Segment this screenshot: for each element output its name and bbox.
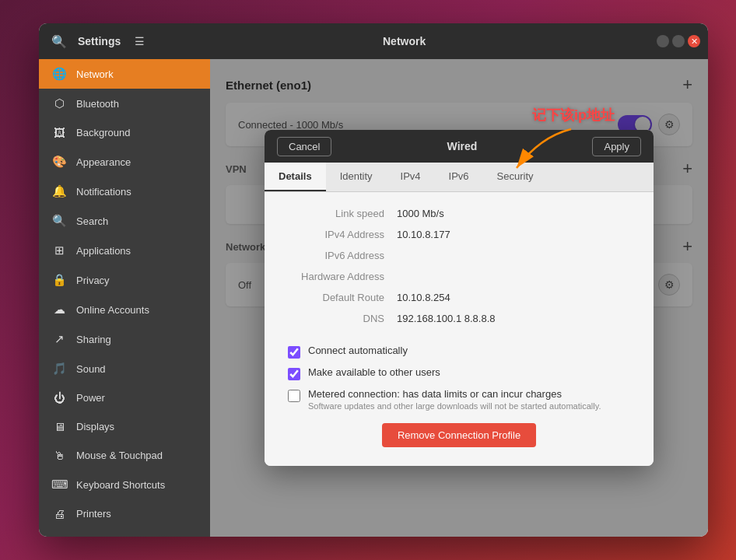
available-users-label: Make available to other users bbox=[308, 366, 440, 378]
sidebar-item-sound[interactable]: 🎵 Sound bbox=[39, 354, 210, 383]
tab-security[interactable]: Security bbox=[483, 163, 548, 191]
tab-ipv4[interactable]: IPv4 bbox=[387, 163, 435, 191]
sound-icon: 🎵 bbox=[51, 362, 67, 376]
available-users-checkbox[interactable] bbox=[288, 368, 300, 380]
sidebar-label-bluetooth: Bluetooth bbox=[76, 98, 119, 110]
titlebar-right: — □ ✕ bbox=[657, 35, 700, 47]
close-button[interactable]: ✕ bbox=[688, 35, 700, 47]
annotation-text: 记下该ip地址 bbox=[532, 107, 615, 123]
displays-icon: 🖥 bbox=[51, 420, 67, 433]
tab-ipv6[interactable]: IPv6 bbox=[435, 163, 483, 191]
sidebar-label-sound: Sound bbox=[76, 363, 106, 375]
settings-title: Settings bbox=[78, 35, 121, 47]
sidebar-item-background[interactable]: 🖼 Background bbox=[39, 118, 210, 147]
hamburger-button[interactable]: ☰ bbox=[127, 29, 152, 54]
link-speed-value: 1000 Mb/s bbox=[397, 208, 444, 219]
sidebar-label-displays: Displays bbox=[76, 421, 114, 432]
connect-auto-label: Connect automatically bbox=[308, 345, 408, 356]
notifications-icon: 🔔 bbox=[51, 184, 67, 198]
dialog-overlay: 记下该ip地址 Cancel Wired bbox=[210, 59, 708, 537]
right-panel: Ethernet (eno1) + Connected - 1000 Mb/s … bbox=[210, 59, 708, 537]
ipv4-label: IPv4 Address bbox=[288, 229, 397, 240]
sidebar-label-printers: Printers bbox=[76, 508, 111, 520]
sidebar-item-sharing[interactable]: ↗ Sharing bbox=[39, 324, 210, 354]
metered-row: Metered connection: has data limits or c… bbox=[288, 388, 630, 411]
dialog-body: Link speed 1000 Mb/s IPv4 Address 10.10.… bbox=[265, 192, 654, 466]
sidebar-label-search: Search bbox=[76, 215, 108, 227]
default-route-label: Default Route bbox=[288, 292, 397, 303]
power-icon: ⏻ bbox=[51, 391, 67, 404]
sidebar-label-mouse: Mouse & Touchpad bbox=[76, 450, 163, 461]
settings-window: 🔍 Settings ☰ Network — □ ✕ 🌐 Network ⬡ B… bbox=[39, 23, 708, 537]
sidebar-label-privacy: Privacy bbox=[76, 275, 110, 286]
titlebar-center: Network bbox=[152, 35, 657, 47]
sidebar-item-displays[interactable]: 🖥 Displays bbox=[39, 412, 210, 441]
keyboard-icon: ⌨ bbox=[51, 478, 67, 492]
remove-connection-button[interactable]: Remove Connection Profile bbox=[382, 423, 536, 447]
wired-dialog: Cancel Wired Apply Details Identity IPv4… bbox=[265, 130, 654, 466]
sidebar-label-keyboard: Keyboard Shortcuts bbox=[76, 479, 165, 491]
sidebar-item-notifications[interactable]: 🔔 Notifications bbox=[39, 177, 210, 206]
sidebar-label-power: Power bbox=[76, 392, 105, 404]
dns-label: DNS bbox=[288, 313, 397, 324]
tab-identity[interactable]: Identity bbox=[326, 163, 387, 191]
dialog-title: Wired bbox=[331, 140, 592, 152]
online-accounts-icon: ☁ bbox=[51, 303, 67, 317]
dialog-tabs: Details Identity IPv4 IPv6 Security bbox=[265, 163, 654, 192]
sidebar-item-search[interactable]: 🔍 Search bbox=[39, 206, 210, 236]
ipv6-label: IPv6 Address bbox=[288, 250, 397, 261]
search-button[interactable]: 🔍 bbox=[47, 29, 72, 54]
sidebar-label-applications: Applications bbox=[76, 245, 131, 257]
search-sidebar-icon: 🔍 bbox=[51, 214, 67, 228]
sidebar-item-network[interactable]: 🌐 Network bbox=[39, 59, 210, 89]
sidebar-label-online-accounts: Online Accounts bbox=[76, 304, 149, 316]
mouse-icon: 🖱 bbox=[51, 449, 67, 462]
dialog-titlebar: Cancel Wired Apply bbox=[265, 130, 654, 163]
sidebar-item-power[interactable]: ⏻ Power bbox=[39, 383, 210, 412]
dns-value: 192.168.100.1 8.8.8.8 bbox=[397, 313, 496, 324]
sidebar-item-mouse-touchpad[interactable]: 🖱 Mouse & Touchpad bbox=[39, 441, 210, 470]
background-icon: 🖼 bbox=[51, 126, 67, 139]
privacy-icon: 🔒 bbox=[51, 273, 67, 287]
sidebar-item-printers[interactable]: 🖨 Printers bbox=[39, 499, 210, 528]
main-content: 🌐 Network ⬡ Bluetooth 🖼 Background 🎨 App… bbox=[39, 59, 708, 537]
dialog-apply-button[interactable]: Apply bbox=[592, 137, 641, 156]
metered-sublabel: Software updates and other large downloa… bbox=[308, 401, 601, 411]
sidebar-item-keyboard[interactable]: ⌨ Keyboard Shortcuts bbox=[39, 470, 210, 499]
metered-checkbox[interactable] bbox=[288, 390, 300, 402]
sidebar-label-notifications: Notifications bbox=[76, 186, 131, 198]
bluetooth-icon: ⬡ bbox=[51, 96, 67, 110]
dialog-cancel-button[interactable]: Cancel bbox=[277, 137, 331, 156]
titlebar-left: 🔍 Settings ☰ bbox=[47, 29, 152, 54]
ipv4-row: IPv4 Address 10.10.8.177 bbox=[288, 229, 630, 240]
maximize-button[interactable]: □ bbox=[672, 35, 685, 47]
minimize-button[interactable]: — bbox=[657, 35, 669, 47]
sidebar-item-online-accounts[interactable]: ☁ Online Accounts bbox=[39, 295, 210, 324]
ipv4-value: 10.10.8.177 bbox=[397, 229, 450, 240]
link-speed-label: Link speed bbox=[288, 208, 397, 219]
sidebar-item-bluetooth[interactable]: ⬡ Bluetooth bbox=[39, 89, 210, 118]
appearance-icon: 🎨 bbox=[51, 155, 67, 169]
hardware-label: Hardware Address bbox=[288, 271, 397, 282]
sidebar: 🌐 Network ⬡ Bluetooth 🖼 Background 🎨 App… bbox=[39, 59, 210, 537]
sidebar-item-appearance[interactable]: 🎨 Appearance bbox=[39, 147, 210, 177]
connect-auto-checkbox[interactable] bbox=[288, 346, 300, 359]
printers-icon: 🖨 bbox=[51, 507, 67, 520]
titlebar: 🔍 Settings ☰ Network — □ ✕ bbox=[39, 23, 708, 59]
network-icon: 🌐 bbox=[51, 67, 67, 81]
link-speed-row: Link speed 1000 Mb/s bbox=[288, 208, 630, 219]
sidebar-label-background: Background bbox=[76, 127, 130, 138]
sharing-icon: ↗ bbox=[51, 332, 67, 346]
default-route-row: Default Route 10.10.8.254 bbox=[288, 292, 630, 303]
tab-details[interactable]: Details bbox=[265, 163, 326, 191]
hardware-row: Hardware Address bbox=[288, 271, 630, 282]
sidebar-label-network: Network bbox=[76, 68, 114, 80]
default-route-value: 10.10.8.254 bbox=[397, 292, 450, 303]
sidebar-item-privacy[interactable]: 🔒 Privacy bbox=[39, 265, 210, 295]
dns-row: DNS 192.168.100.1 8.8.8.8 bbox=[288, 313, 630, 324]
connect-auto-row: Connect automatically bbox=[288, 345, 630, 359]
available-users-row: Make available to other users bbox=[288, 366, 630, 380]
ipv6-row: IPv6 Address bbox=[288, 250, 630, 261]
sidebar-item-applications[interactable]: ⊞ Applications bbox=[39, 236, 210, 265]
sidebar-label-sharing: Sharing bbox=[76, 334, 111, 345]
